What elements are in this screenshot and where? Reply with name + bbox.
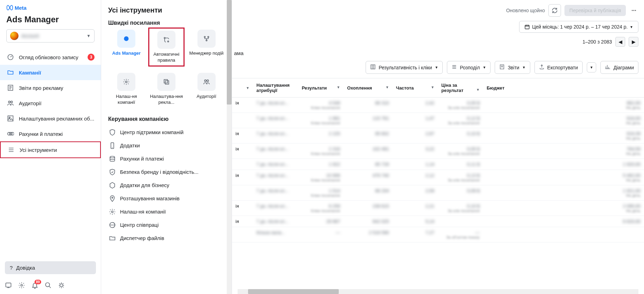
collab-icon [109, 222, 116, 229]
mgmt-collab[interactable]: Центр співпраці [104, 218, 229, 232]
mgmt-company-settings[interactable]: Налаш-ня компанії [104, 205, 229, 218]
btn-label: Результативність і кліки [379, 65, 432, 70]
ql-ad-settings[interactable]: Налаштува-ння рекла... [148, 73, 185, 106]
table-row[interactable]: Кілька нала...—2 516 5907,27—За об'єктом… [232, 227, 644, 242]
ql-auto-rules[interactable]: Автоматичні правила [148, 28, 185, 67]
columns-button[interactable]: Результативність і кліки ▼ [366, 61, 443, 74]
more-menu[interactable]: ⋯ [629, 5, 638, 16]
auto-rules-icon [157, 31, 175, 49]
folder-icon [109, 235, 116, 242]
cell-freq: 3,22 [392, 144, 438, 159]
nav-ad-settings[interactable]: Налаштування рекламних об... [0, 111, 101, 126]
feedback-icon[interactable] [5, 282, 12, 290]
table-row[interactable]: ія7 дн. після кл...10 906Кліки посилання… [232, 170, 644, 185]
nav-audiences[interactable]: Аудиторії [0, 95, 101, 111]
th-frequency[interactable]: Частота▼ [392, 78, 438, 98]
table-row[interactable]: 7 дн. після кл...1 981Кліки посилання115… [232, 113, 644, 128]
table-row[interactable]: ія7 дн. після кл...4 549Кліки посилання8… [232, 98, 644, 113]
cell-cost: 0,11 $ [438, 159, 483, 170]
page-prev-button[interactable]: ◀ [615, 37, 625, 47]
meta-text: Meta [15, 5, 27, 11]
table-row[interactable]: 7 дн. після кл...1 92285 7281,140,11 $1 … [232, 159, 644, 170]
date-range-picker[interactable]: Цей місяць: 1 чер 2024 р. – 17 чер 2024 … [519, 21, 638, 33]
th-attribution[interactable]: Налаштування атрибуції [253, 78, 298, 98]
topbar: Оновлено щойно Перевірка й публікація ⋯ [232, 0, 644, 21]
cell-freq: 2,42 [392, 98, 438, 113]
nav-all-tools[interactable]: Усі інструменти [0, 141, 101, 158]
ql-ads-manager[interactable]: Ads Manager [108, 30, 145, 64]
account-switcher[interactable]: Account ▼ [6, 29, 95, 42]
review-publish-button[interactable]: Перевірка й публікація [564, 5, 626, 16]
ql-label: Налаштува-ння рекла... [148, 94, 185, 106]
mgmt-label: Рахунки й платежі [120, 156, 164, 162]
date-row: Цей місяць: 1 чер 2024 р. – 17 чер 2024 … [232, 21, 644, 37]
table-row[interactable]: ія7 дн. після кл...29 967642 0255,146 62… [232, 216, 644, 227]
cell-reach: 85 728 [344, 159, 392, 170]
svg-point-23 [207, 80, 209, 82]
nav-campaigns[interactable]: Кампанії [0, 65, 101, 80]
table-row[interactable]: ія7 дн. після кл...6 259Кліки посилання2… [232, 201, 644, 216]
nav-ad-reports[interactable]: Звіти про рекламу [0, 80, 101, 95]
mgmt-apps[interactable]: Додатки [104, 139, 229, 152]
mgmt-label: Безпека бренду і відповідність... [120, 169, 199, 175]
scrollbar-thumb[interactable] [227, 0, 232, 105]
th-cost[interactable]: Ціна за результат▼ [438, 78, 483, 98]
bug-icon[interactable] [58, 282, 65, 290]
svg-point-19 [126, 81, 127, 83]
charts-button[interactable]: Діаграми [600, 61, 638, 74]
breakdown-button[interactable]: Розподіл ▼ [447, 61, 491, 74]
nav-label: Огляд облікового запису [19, 54, 78, 60]
th-results[interactable]: Результати▼ [298, 78, 344, 98]
cell-id: ія [232, 216, 253, 227]
mgmt-biz-apps[interactable]: Додатки для бізнесу [104, 179, 229, 192]
notif-badge: 89 [35, 280, 41, 284]
table-row[interactable]: ія7 дн. після кл...2 316Кліки посилання1… [232, 144, 644, 159]
mgmt-label: Додатки [120, 142, 140, 148]
mgmt-store-locations[interactable]: Розташування магазинів [104, 192, 229, 205]
folder-icon [6, 68, 15, 77]
ql-company-settings[interactable]: Налаш-ня компанії [108, 73, 145, 106]
export-dropdown[interactable]: ▼ [587, 62, 597, 72]
svg-rect-20 [164, 79, 167, 83]
date-range-text: Цей місяць: 1 чер 2024 р. – 17 чер 2024 … [532, 24, 628, 30]
page-next-button[interactable]: ▶ [629, 37, 638, 47]
table-row[interactable]: ія7 дн. після кл...2 22595 6022,870,10 $… [232, 128, 644, 144]
mgmt-list: Центр підтримки компаній Додатки Рахунки… [101, 126, 232, 245]
cell-results: — [298, 227, 344, 242]
th-budget[interactable]: Бюджет [483, 78, 644, 98]
nav-label: Кампанії [19, 70, 41, 76]
cell-reach: 479 740 [344, 170, 392, 185]
mgmt-file-manager[interactable]: Диспетчер файлів [104, 232, 229, 245]
horizontal-scrollbar[interactable] [238, 289, 638, 294]
nav-overview[interactable]: Огляд облікового запису 3 [0, 49, 101, 65]
search-icon[interactable] [45, 282, 52, 290]
cell-budget: 919,39На день [483, 128, 644, 144]
nav-billing[interactable]: Рахунки й платежі [0, 126, 101, 141]
cell-cost: 0,13 $За клік посилання [438, 170, 483, 185]
question-icon: ? [10, 265, 13, 271]
ql-events-manager[interactable]: Менеджер подій [188, 30, 225, 64]
refresh-button[interactable] [548, 4, 561, 17]
meta-logo[interactable]: Meta [6, 4, 95, 11]
help-button[interactable]: ? Довідка [5, 261, 96, 274]
settings-icon[interactable] [18, 282, 25, 290]
mgmt-billing[interactable]: Рахунки й платежі [104, 152, 229, 165]
th-reach[interactable]: Охоплення▼ [344, 78, 392, 98]
cell-budget [483, 227, 644, 242]
cell-attr: 7 дн. після кл... [253, 201, 298, 216]
cell-reach: 115 761 [344, 113, 392, 128]
image-gear-icon [6, 114, 15, 123]
reports-button[interactable]: Звіти ▼ [495, 61, 530, 74]
cell-cost: —За об'єктом показу [438, 227, 483, 242]
chevron-down-icon: ▼ [630, 25, 633, 29]
panel-scrollbar[interactable] [227, 0, 232, 294]
table-row[interactable]: 7 дн. після кл...1 514Кліки посилання86 … [232, 185, 644, 201]
mgmt-brand-safety[interactable]: Безпека бренду і відповідність... [104, 165, 229, 179]
cell-budget: 2 095,00На день [483, 201, 644, 216]
ql-audiences[interactable]: Аудиторії [188, 73, 225, 106]
hscroll-thumb[interactable] [248, 289, 339, 294]
mgmt-support[interactable]: Центр підтримки компаній [104, 126, 229, 139]
notifications-icon[interactable]: 89 [31, 282, 38, 290]
export-button[interactable]: Експортувати [534, 61, 583, 74]
th-id[interactable]: ▼ [232, 78, 253, 98]
